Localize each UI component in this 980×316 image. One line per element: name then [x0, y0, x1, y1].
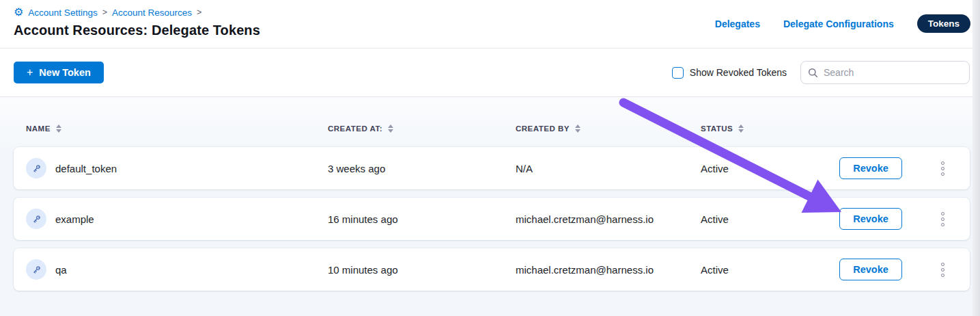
tab-delegate-configurations[interactable]: Delegate Configurations	[783, 18, 894, 29]
created-at: 3 weeks ago	[328, 163, 516, 174]
key-icon	[26, 259, 46, 280]
sort-icon[interactable]	[738, 124, 744, 133]
token-name-cell: qa	[26, 259, 328, 280]
revoke-button-row-example[interactable]: Revoke	[839, 208, 902, 230]
delegate-nav-tabs: Delegates Delegate Configurations Tokens	[715, 14, 970, 33]
sort-icon[interactable]	[388, 124, 393, 133]
tokens-table-section: NAME CREATED AT: CREATED BY STATUS	[0, 96, 980, 316]
row-menu-kebab-icon[interactable]	[938, 259, 948, 280]
token-name-cell: default_token	[26, 158, 328, 179]
settings-gear-icon: ⚙	[14, 7, 23, 18]
token-name-cell: example	[26, 209, 328, 229]
breadcrumb-account-resources[interactable]: Account Resources	[112, 8, 192, 18]
tab-delegates[interactable]: Delegates	[715, 18, 760, 29]
tab-tokens[interactable]: Tokens	[917, 14, 970, 33]
column-header-created-by[interactable]: CREATED BY	[516, 124, 701, 133]
search-input[interactable]	[824, 67, 962, 78]
row-menu-kebab-icon[interactable]	[938, 158, 948, 179]
created-at: 16 minutes ago	[328, 213, 516, 225]
column-header-status[interactable]: STATUS	[701, 124, 826, 133]
token-name: default_token	[55, 163, 117, 174]
sort-icon[interactable]	[56, 124, 61, 133]
status-value: Active	[701, 264, 826, 276]
token-rows: default_token 3 weeks ago N/A Active Rev…	[14, 147, 970, 291]
revoke-button[interactable]: Revoke	[839, 259, 902, 280]
token-name: example	[55, 213, 94, 225]
search-box[interactable]	[800, 61, 970, 84]
sort-icon[interactable]	[575, 124, 580, 133]
toolbar: + New Token Show Revoked Tokens	[0, 49, 980, 96]
table-row-qa[interactable]: qa 10 minutes ago michael.cretzman@harne…	[14, 248, 970, 291]
show-revoked-checkbox[interactable]	[672, 67, 684, 79]
table-row-example[interactable]: example 16 minutes ago michael.cretzman@…	[14, 198, 970, 240]
show-revoked-label: Show Revoked Tokens	[690, 67, 787, 78]
top-bar: ⚙ Account Settings > Account Resources >…	[0, 0, 980, 48]
breadcrumb-separator: >	[197, 8, 201, 17]
new-token-label: New Token	[39, 67, 90, 78]
created-at: 10 minutes ago	[328, 264, 516, 276]
status-value: Active	[701, 163, 826, 174]
row-menu-kebab-icon[interactable]	[938, 209, 948, 230]
scrollbar[interactable]	[972, 0, 980, 316]
revoke-button[interactable]: Revoke	[839, 157, 902, 179]
toolbar-right: Show Revoked Tokens	[672, 61, 970, 84]
status-value: Active	[701, 213, 826, 225]
plus-icon: +	[27, 67, 33, 78]
created-by: N/A	[516, 163, 701, 174]
key-icon	[26, 209, 46, 229]
new-token-button[interactable]: + New Token	[14, 62, 104, 83]
key-icon	[26, 158, 46, 179]
table-header: NAME CREATED AT: CREATED BY STATUS	[14, 122, 970, 135]
column-header-name[interactable]: NAME	[26, 124, 328, 133]
created-by: michael.cretzman@harness.io	[516, 264, 701, 276]
created-by: michael.cretzman@harness.io	[516, 213, 701, 225]
column-header-created-at[interactable]: CREATED AT:	[328, 124, 516, 133]
breadcrumb-separator: >	[102, 8, 107, 17]
token-name: qa	[55, 264, 67, 276]
table-row-default-token[interactable]: default_token 3 weeks ago N/A Active Rev…	[14, 147, 970, 189]
search-icon	[808, 68, 818, 78]
breadcrumb-account-settings[interactable]: Account Settings	[28, 8, 97, 18]
